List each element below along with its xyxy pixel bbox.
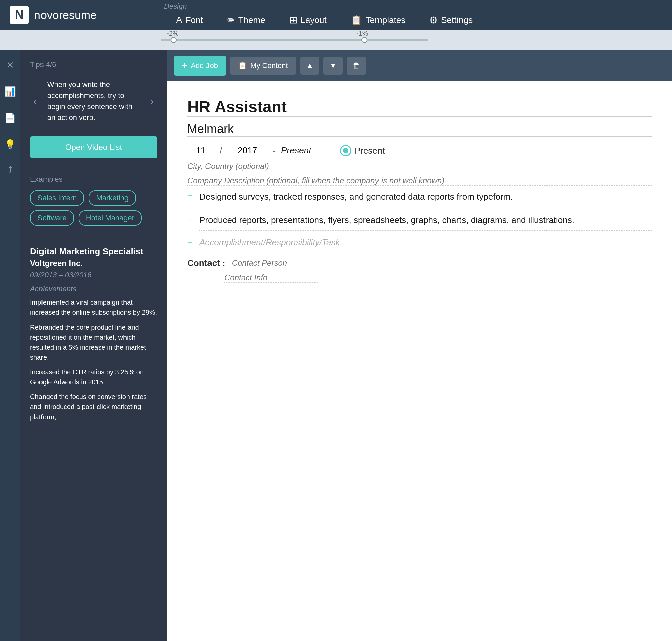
contact-row: Contact : — [187, 258, 652, 268]
company-desc-input[interactable] — [187, 176, 652, 186]
logo-name: novoresume — [34, 9, 97, 22]
slider-track[interactable]: -2% -1% — [161, 39, 428, 41]
past-job-title: Digital Marketing Specialist — [30, 246, 157, 257]
present-radio-label: Present — [355, 146, 385, 156]
nav-item-templates[interactable]: 📋 Templates — [339, 12, 418, 28]
past-job-achievement-4: Changed the focus on conversion rates an… — [30, 392, 157, 422]
company-input[interactable] — [187, 122, 652, 137]
delete-button[interactable]: 🗑 — [347, 56, 366, 74]
bullet-text-2[interactable]: Produced reports, presentations, flyers,… — [200, 214, 652, 231]
examples-header: Examples — [30, 175, 157, 184]
past-job-achievement-2: Rebranded the core product line and repo… — [30, 322, 157, 362]
date-present-input[interactable] — [281, 145, 335, 156]
settings-icon: ⚙ — [429, 15, 438, 26]
sidebar-icon-bulb[interactable]: 💡 — [2, 136, 19, 152]
bullet-placeholder-3[interactable]: Accomplishment/Responsibility/Task — [200, 237, 652, 251]
nav-item-layout[interactable]: ⊞ Layout — [278, 12, 339, 28]
past-job-achievement-1: Implemented a viral campaign that increa… — [30, 297, 157, 317]
main-layout: ✕ 📊 📄 💡 ⤴ Tips 4/6 ‹ When you write the … — [0, 50, 672, 641]
sidebar-icon-document[interactable]: 📄 — [2, 110, 19, 126]
add-job-label: Add Job — [191, 61, 218, 70]
bullet-item-1: − Designed surveys, tracked responses, a… — [187, 190, 652, 207]
nav-item-settings[interactable]: ⚙ Settings — [417, 12, 485, 28]
tips-header: Tips 4/6 — [30, 60, 157, 69]
nav-item-theme[interactable]: ✏ Theme — [215, 12, 278, 28]
bullet-item-3: − Accomplishment/Responsibility/Task — [187, 237, 652, 251]
tips-prev-button[interactable]: ‹ — [30, 92, 40, 111]
examples-tags: Sales Intern Marketing Software Hotel Ma… — [30, 190, 157, 226]
past-job-dates: 09/2013 – 03/2016 — [30, 271, 157, 279]
city-country-input[interactable] — [187, 162, 652, 171]
radio-circle — [340, 145, 351, 156]
date-dash: - — [273, 146, 276, 156]
example-tag-marketing[interactable]: Marketing — [89, 190, 136, 206]
slider-bar: -2% -1% — [0, 30, 672, 50]
nav-item-layout-label: Layout — [300, 15, 327, 25]
nav-item-font-label: Font — [186, 15, 203, 25]
theme-icon: ✏ — [227, 15, 235, 26]
sidebar-icon-share[interactable]: ⤴ — [5, 163, 15, 179]
tips-section: Tips 4/6 ‹ When you write the accomplish… — [20, 50, 167, 165]
add-job-button[interactable]: + Add Job — [174, 56, 226, 76]
layout-icon: ⊞ — [290, 15, 297, 26]
top-navbar: N novoresume Design A Font ✏ Theme ⊞ Lay… — [0, 0, 672, 30]
slider-right-label: -1% — [357, 30, 368, 38]
example-tag-hotel-manager[interactable]: Hotel Manager — [79, 210, 142, 226]
examples-section: Examples Sales Intern Marketing Software… — [20, 165, 167, 236]
down-arrow-icon: ▼ — [329, 61, 337, 70]
date-year-input[interactable] — [227, 145, 267, 156]
design-label: Design — [164, 2, 187, 11]
slider-handle-left[interactable] — [171, 37, 177, 43]
left-panel: Tips 4/6 ‹ When you write the accomplish… — [20, 50, 167, 641]
date-month-input[interactable] — [187, 145, 214, 156]
tips-content: ‹ When you write the accomplishments, tr… — [30, 79, 157, 123]
my-content-button[interactable]: 📋 My Content — [230, 56, 296, 74]
bullet-dash-3: − — [187, 238, 194, 251]
nav-item-settings-label: Settings — [441, 15, 472, 25]
templates-icon: 📋 — [351, 15, 362, 26]
font-icon: A — [176, 15, 183, 25]
sidebar-icons: ✕ 📊 📄 💡 ⤴ — [0, 50, 20, 641]
my-content-label: My Content — [250, 61, 288, 70]
date-separator-1: / — [219, 146, 222, 156]
nav-item-font[interactable]: A Font — [164, 12, 215, 28]
example-tag-software[interactable]: Software — [30, 210, 74, 226]
job-title-input[interactable] — [187, 98, 652, 117]
nav-item-templates-label: Templates — [366, 15, 406, 25]
nav-items: A Font ✏ Theme ⊞ Layout 📋 Templates ⚙ Se… — [164, 12, 485, 28]
tips-text: When you write the accomplishments, try … — [47, 79, 140, 123]
resume-content: / - Present − Designed surveys, tracked … — [167, 81, 672, 641]
plus-icon: + — [182, 60, 187, 71]
move-up-button[interactable]: ▲ — [300, 56, 320, 74]
past-job-achievement-3: Increased the CTR ratios by 3.25% on Goo… — [30, 367, 157, 387]
editor-toolbar: + Add Job 📋 My Content ▲ ▼ 🗑 — [167, 50, 672, 81]
past-job-achievements-label: Achievements — [30, 285, 157, 294]
logo-icon: N — [10, 6, 29, 24]
move-down-button[interactable]: ▼ — [323, 56, 343, 74]
radio-inner — [343, 148, 348, 153]
sidebar-icon-close[interactable]: ✕ — [4, 57, 17, 73]
date-row: / - Present — [187, 145, 652, 156]
open-video-list-button[interactable]: Open Video List — [30, 136, 157, 158]
tips-next-button[interactable]: › — [147, 92, 157, 111]
contact-info-input[interactable] — [224, 273, 318, 283]
sidebar-icon-chart[interactable]: 📊 — [2, 83, 19, 100]
bullet-dash-2: − — [187, 215, 194, 231]
nav-item-theme-label: Theme — [238, 15, 265, 25]
contact-label: Contact : — [187, 258, 225, 268]
present-radio[interactable]: Present — [340, 145, 385, 156]
logo-area: N novoresume — [10, 6, 164, 24]
past-job-company: Voltgreen Inc. — [30, 259, 157, 268]
bullet-dash-1: − — [187, 191, 194, 207]
delete-icon: 🗑 — [353, 61, 360, 70]
bullet-text-1[interactable]: Designed surveys, tracked responses, and… — [200, 190, 652, 207]
past-job-section: Digital Marketing Specialist Voltgreen I… — [20, 236, 167, 437]
slider-left-label: -2% — [167, 30, 179, 38]
bullet-item-2: − Produced reports, presentations, flyer… — [187, 214, 652, 231]
nav-design-section: Design A Font ✏ Theme ⊞ Layout 📋 Templat… — [164, 2, 662, 28]
slider-handle-right[interactable] — [361, 37, 367, 43]
contact-info-row — [224, 273, 652, 283]
up-arrow-icon: ▲ — [306, 61, 313, 70]
contact-person-input[interactable] — [232, 258, 326, 268]
example-tag-sales-intern[interactable]: Sales Intern — [30, 190, 84, 206]
